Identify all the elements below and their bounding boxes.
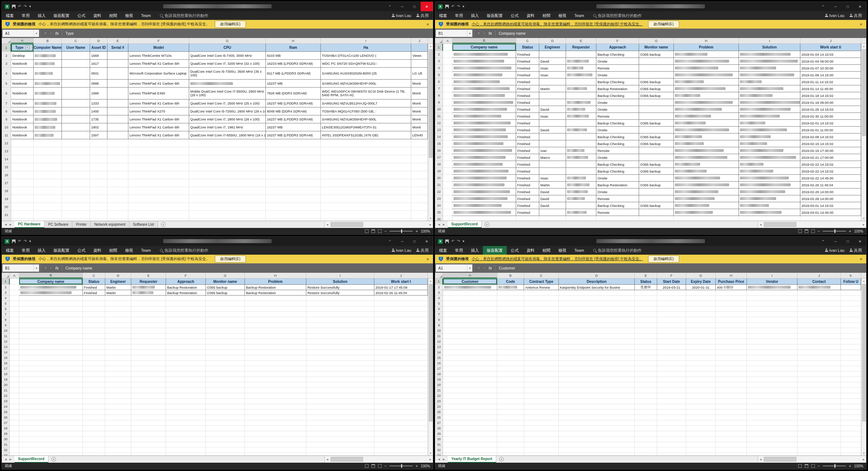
grid-cell[interactable] [497,361,524,366]
grid-cell[interactable] [841,323,861,328]
grid-cell[interactable]: 2019-01-18 14:15:02 [800,92,861,99]
grid-cell[interactable]: Ivan [539,147,566,154]
menu-tab[interactable]: 檢視 [554,246,570,255]
grid-cell[interactable]: Finished [516,140,539,147]
menu-tab[interactable]: 公式 [507,11,523,20]
grid-cell[interactable] [639,195,674,202]
grid-cell[interactable] [443,44,452,51]
grid-cell[interactable] [128,163,189,171]
grid-cell[interactable] [245,415,306,420]
grid-cell[interactable] [166,328,206,334]
grid-cell[interactable] [674,127,739,133]
row-header-12[interactable]: 12 [2,339,10,344]
grid-cell[interactable] [10,344,19,350]
grid-cell[interactable] [245,317,306,323]
minimize-button[interactable]: ─ [829,2,842,11]
grid-cell[interactable] [11,179,34,187]
row-header-27[interactable]: 27 [435,420,443,426]
grid-cell[interactable] [452,154,516,161]
grid-cell[interactable] [131,372,166,377]
grid-cell[interactable] [452,85,516,92]
grid-cell[interactable]: Finished [516,188,539,195]
grid-cell[interactable] [452,92,516,99]
grid-cell[interactable]: 2019-02-01 11:00:00 [800,127,861,133]
grid-cell[interactable] [657,323,686,328]
grid-cell[interactable]: DualCore Intel Core i5-7300U, 3500 MHz (… [189,68,266,80]
grid-cell[interactable]: Asset ID [90,44,107,52]
grid-cell[interactable] [635,301,657,306]
grid-cell[interactable] [306,388,374,393]
grid-cell[interactable]: Ram [266,44,321,52]
grid-cell[interactable] [797,355,841,361]
grid-cell[interactable] [306,410,374,415]
row-header-7[interactable]: 7 [435,312,443,317]
grid-cell[interactable] [10,388,19,393]
column-header-G[interactable]: G [639,38,674,43]
grid-cell[interactable] [443,301,497,306]
grid-cell[interactable] [166,431,206,437]
grid-cell[interactable] [266,203,321,211]
grid-cell[interactable] [635,296,657,301]
grid-cell[interactable] [657,393,686,399]
grid-cell[interactable] [443,404,497,410]
grid-cell[interactable] [105,344,131,350]
grid-cell[interactable] [443,420,497,426]
grid-cell[interactable] [747,399,797,404]
grid-cell[interactable] [105,334,131,339]
grid-cell[interactable] [639,58,674,65]
grid-cell[interactable]: CPU [189,44,266,52]
grid-cell[interactable]: 0998 [90,80,107,88]
grid-cell[interactable] [635,447,657,453]
row-header-2[interactable]: 2 [435,285,443,290]
grid-cell[interactable] [105,415,131,420]
grid-cell[interactable] [443,372,497,377]
grid-cell[interactable] [716,361,747,366]
grid-cell[interactable] [10,323,19,328]
grid-cell[interactable] [306,431,374,437]
grid-cell[interactable] [841,290,861,296]
grid-cell[interactable]: Follow U [841,279,861,285]
grid-cell[interactable] [10,361,19,366]
grid-cell[interactable] [166,317,206,323]
grid-cell[interactable] [374,296,428,301]
minimize-button[interactable]: ─ [829,237,842,246]
grid-cell[interactable] [443,51,452,58]
grid-cell[interactable] [374,377,428,382]
grid-cell[interactable] [11,203,34,211]
grid-cell[interactable] [739,209,800,216]
grid-cell[interactable] [841,334,861,339]
grid-cell[interactable]: Finished [83,290,105,296]
grid-cell[interactable] [539,209,566,216]
grid-cell[interactable]: Finished [516,161,539,168]
grid-cell[interactable] [524,388,559,393]
grid-cell[interactable] [83,415,105,420]
grid-cell[interactable] [374,344,428,350]
grid-cell[interactable] [321,155,411,163]
zoom-slider[interactable] [823,231,846,232]
grid-cell[interactable] [539,140,566,147]
grid-cell[interactable] [524,296,559,301]
grid-cell[interactable] [452,133,516,140]
row-header-32[interactable]: 32 [2,447,10,453]
grid-cell[interactable] [10,377,19,382]
grid-cell[interactable]: Onsite [596,188,639,195]
enable-editing-button[interactable]: 啟用編輯(E) [648,21,679,28]
grid-cell[interactable] [686,301,716,306]
grid-cell[interactable]: 2019-01-17 17:45:09 [374,285,428,290]
row-header-20[interactable]: 20 [2,382,10,388]
grid-cell[interactable] [452,120,516,127]
grid-cell[interactable]: Problem [245,279,306,285]
grid-cell[interactable] [747,328,797,334]
grid-cell[interactable]: 1400 [90,107,107,115]
zoom-slider[interactable] [823,466,846,466]
grid-cell[interactable]: Remote [596,113,639,120]
scroll-down-icon[interactable]: ▼ [863,216,865,221]
grid-cell[interactable] [107,52,128,60]
ribbon-options-icon[interactable]: ⌃ [817,2,829,11]
grid-cell[interactable] [83,399,105,404]
menu-tab[interactable]: 校閱 [105,11,121,20]
row-header-6[interactable]: 6 [2,88,11,99]
grid-cell[interactable] [90,179,107,187]
grid-cell[interactable]: O365 backup [639,51,674,58]
maximize-button[interactable]: □ [842,237,854,246]
